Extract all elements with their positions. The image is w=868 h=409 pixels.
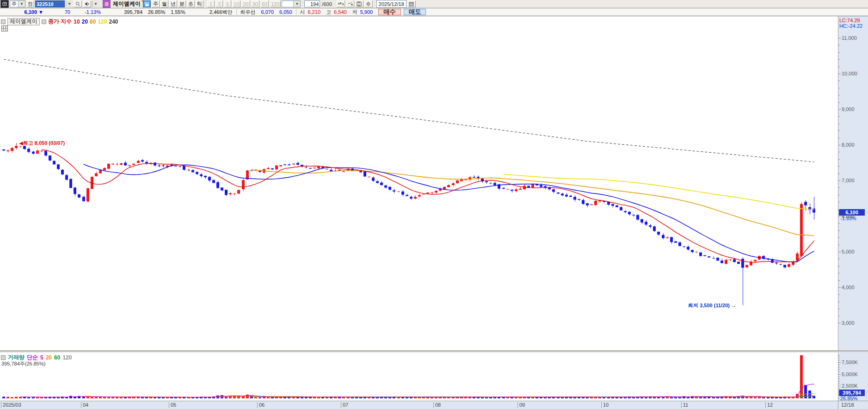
price-tick-label: 9,000 [842,106,855,112]
axis-tick [838,174,840,174]
axis-tick [838,390,840,391]
quote-infobar: 6,100 ▼ 70 -1.13% 395,784 26.85% 1.55% 2… [0,8,868,16]
toolbar: 주 ▼ 전 322510 ▼ ▼ 증 제이엘케이 일 주 월 년 분 초 틱 1… [0,0,868,8]
month-label: 08 [433,402,441,408]
volume-ma60-label: 60 [54,354,60,361]
minute-custom-combo[interactable]: ▼ [282,0,301,7]
volume-ma120-label: 120 [62,354,72,361]
price-tick-label: 7,000 [842,178,855,183]
candle-count-input[interactable]: 194 [304,0,320,7]
month-label: 06 [257,402,265,408]
minute-10-button[interactable]: 10 [232,0,240,7]
axis-tick [838,138,840,138]
axis-tick [838,159,840,160]
price-tick-label: 5,000 [842,249,855,254]
down-arrow-icon: ▼ [38,9,43,15]
candle-total-label: /600 [321,1,332,7]
axis-tick [838,223,840,223]
axis-tick [838,81,840,81]
period-year-button[interactable]: 년 [169,0,177,7]
panel-divider[interactable] [0,350,868,352]
draw-tool-icon[interactable] [346,0,354,7]
axis-tick [838,377,840,377]
sell-button[interactable]: 매도 [404,9,426,15]
alert-corner-icon [142,0,144,3]
legend-ma60: 60 [90,19,96,25]
axis-tick [838,216,841,217]
price-chart-canvas[interactable] [0,16,838,350]
buy-button[interactable]: 매수 [378,9,401,15]
candle-settings-icon[interactable] [337,0,345,7]
month-label: 05 [169,402,176,408]
month-label: 07 [341,402,348,408]
speaker-dropdown-icon[interactable]: ▼ [92,1,99,7]
axis-tick [838,379,840,379]
axis-tick [838,95,840,95]
high-change-readout: HC:-24.22 [839,23,862,29]
axis-tick [838,388,840,389]
high-price: 6,540 [334,9,350,15]
volume-tick-label: 5,000K [842,372,858,377]
stock-code-input[interactable]: 322510 [35,0,65,7]
axis-tick [838,316,840,316]
rate2-pct: 1.55% [168,9,188,15]
axis-tick [838,109,841,110]
volume-chart-canvas[interactable] [0,353,838,401]
period-day-button[interactable]: 일 [143,0,151,7]
minute-1-button[interactable]: 1 [207,0,215,7]
period-week-button[interactable]: 주 [152,0,160,7]
chevron-down-icon[interactable]: ▼ [293,1,300,7]
axis-tick [838,145,841,145]
axis-tick [838,187,840,188]
period-second-button[interactable]: 초 [187,0,195,7]
collapse-box-icon[interactable] [42,19,46,24]
speaker-icon[interactable] [83,0,91,7]
minute-60-button[interactable]: 60 [260,0,269,7]
minute-5-button[interactable]: 5 [224,0,231,7]
axis-tick [838,287,841,288]
high-label: 고 [323,9,334,16]
period-month-button[interactable]: 월 [160,0,168,7]
jun-button[interactable]: 전 [26,0,34,7]
period-minute-button[interactable]: 분 [178,0,186,7]
axis-tick [838,398,840,398]
chevron-down-icon[interactable]: ▼ [18,1,25,7]
date-field[interactable]: 2025/12/18 [376,0,406,8]
search-icon[interactable] [74,0,82,7]
dock-window-icon[interactable] [0,0,9,8]
minute-120-button[interactable]: 120 [270,0,281,7]
collapse-box-icon[interactable] [1,19,6,24]
minute-20-button[interactable]: 20 [241,0,250,7]
chart-grid-settings-icon[interactable] [1,25,8,31]
axis-tick [838,245,840,245]
axis-tick [838,88,840,88]
save-icon[interactable] [355,0,363,7]
chart-type-combo[interactable]: 주 ▼ [10,0,25,7]
minute-30-button[interactable]: 30 [251,0,259,7]
period-tick-button[interactable]: 틱 [196,0,203,7]
period-low-annotation: 최저 3,500 (11/20) → [688,302,736,309]
calendar-icon[interactable] [407,0,416,7]
gear-icon[interactable] [364,0,373,7]
axis-tick [838,358,840,358]
best-bid: 6,050 [277,9,295,15]
minute-3-button[interactable]: 3 [215,0,223,7]
axis-tick [838,365,840,365]
price-axis: LC:74.29 HC:-24.22 6,100 -1.93% 3,0004,0… [838,16,868,350]
stock-name-label: 제이엘케이 [111,0,142,8]
axis-tick [838,369,840,370]
month-label: 11 [681,402,688,408]
price-tick-label: 4,000 [842,285,855,290]
axis-tick [838,124,840,124]
axis-tick [838,362,841,363]
collapse-box-icon[interactable] [1,355,6,360]
volume-tick-label: 2,500K [842,383,858,389]
axis-tick [838,180,841,181]
price-tick-label: 6,000 [842,213,855,219]
current-volume-marker: 395,784 [839,390,865,396]
axis-tick [838,323,841,323]
trade-amount: 2,466백만 [188,9,235,16]
code-dropdown-icon[interactable]: ▼ [66,1,73,7]
chart-type-value: 주 [10,0,18,7]
price-change: 70 [46,9,73,15]
